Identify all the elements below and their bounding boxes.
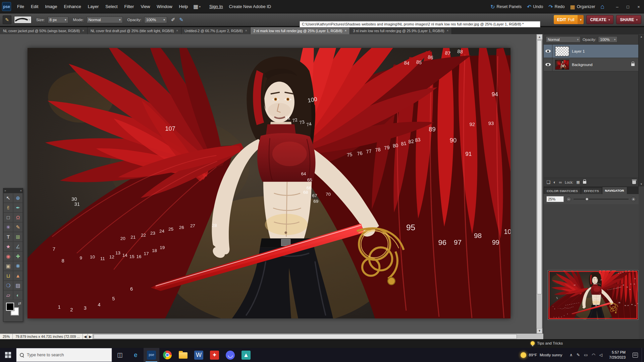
clone-stamp-tool[interactable]: ▣: [3, 261, 13, 271]
panel-tab-navigator[interactable]: NAVIGATOR: [602, 187, 627, 194]
scroll-track[interactable]: [537, 40, 542, 328]
action-center-button[interactable]: [629, 348, 642, 362]
scroll-down-icon[interactable]: ▼: [640, 183, 643, 186]
crop-tool[interactable]: ⊞: [13, 232, 23, 242]
close-tab-icon[interactable]: ×: [176, 29, 178, 33]
link-layers-button[interactable]: ∞: [559, 180, 562, 185]
taskbar-weather-widget[interactable]: 89°F Mostly sunny: [517, 348, 567, 362]
move-tool[interactable]: ↖: [3, 193, 13, 203]
show-desktop-button[interactable]: [642, 348, 644, 362]
layer-visibility-toggle[interactable]: [544, 45, 552, 58]
hand-tool[interactable]: ✌: [3, 203, 13, 213]
quick-selection-tool[interactable]: ✳: [3, 222, 13, 232]
panel-scrollbar[interactable]: ▲ ▼: [638, 35, 644, 186]
collapse-icon[interactable]: »: [4, 189, 6, 192]
hidden-icons-chevron[interactable]: ∧: [570, 353, 573, 357]
zoom-tool[interactable]: ⊕: [13, 193, 23, 203]
paint-bucket-tool[interactable]: ⊔: [3, 271, 13, 281]
airbrush-icon[interactable]: ✐: [171, 17, 175, 23]
lasso-tool[interactable]: Ω: [13, 213, 23, 222]
brush-preset-picker[interactable]: ▾: [14, 16, 32, 23]
slider-thumb[interactable]: [585, 197, 589, 201]
panel-tab-effects[interactable]: EFFECTS: [581, 187, 602, 194]
delete-layer-button[interactable]: [632, 181, 636, 184]
close-button[interactable]: ×: [633, 0, 644, 13]
menu-filter[interactable]: Filter: [121, 0, 138, 13]
word-button[interactable]: W: [191, 348, 207, 362]
document-tab[interactable]: Untitled-2 @ 66.7% (Layer 2, RGB/8)×: [181, 27, 250, 34]
toolbox-header[interactable]: »×: [3, 188, 23, 193]
layer-blend-mode-select[interactable]: Normal▾: [546, 36, 581, 43]
eraser-tool[interactable]: ▱: [3, 290, 13, 300]
brush-tool[interactable]: ✎: [13, 222, 23, 232]
brush-settings-icon[interactable]: ✎: [179, 17, 183, 23]
eyedropper-tool[interactable]: ✒: [13, 203, 23, 213]
menu-select[interactable]: Select: [102, 0, 121, 13]
navigator-thumbnail[interactable]: [548, 270, 638, 320]
brush-size-field[interactable]: 8 px▾: [48, 16, 68, 23]
opacity-field[interactable]: 100%▾: [144, 16, 167, 23]
close-tab-icon[interactable]: ×: [82, 29, 84, 33]
arrange-layout-button[interactable]: ▦▾: [193, 3, 201, 10]
discord-button[interactable]: ◡: [222, 348, 238, 362]
close-tab-icon[interactable]: ×: [447, 29, 449, 33]
taskbar-clock[interactable]: 5:57 PM 7/29/2023: [606, 348, 629, 362]
menu-image[interactable]: Image: [42, 0, 60, 13]
editor-horizontal-scrollbar[interactable]: [93, 334, 543, 339]
status-right-arrow[interactable]: ▶: [88, 334, 93, 339]
navigator-zoom-slider[interactable]: [574, 197, 629, 201]
battery-icon[interactable]: ▭: [584, 353, 588, 357]
scroll-track[interactable]: [93, 334, 543, 339]
scroll-down-icon[interactable]: ▼: [537, 328, 542, 334]
redo-button[interactable]: ↷Redo: [548, 4, 565, 10]
layer-opacity-field[interactable]: 100%▾: [598, 36, 618, 43]
cookie-cutter-tool[interactable]: ★: [3, 242, 13, 251]
tips-and-tricks-button[interactable]: Tips and Tricks: [531, 341, 563, 345]
editor-vertical-scrollbar[interactable]: ▲ ▼: [536, 34, 542, 334]
undo-button[interactable]: ↶Undo: [527, 4, 543, 10]
red-eye-removal-tool[interactable]: ◉: [3, 251, 13, 261]
edit-mode-caret[interactable]: ▾: [578, 15, 584, 24]
layer-visibility-toggle[interactable]: [544, 58, 552, 71]
lock-all-button[interactable]: [583, 181, 586, 184]
blur-tool[interactable]: ❍: [3, 281, 13, 290]
edge-browser-button[interactable]: e: [128, 348, 144, 362]
document-tab[interactable]: NL cover first draft.psd @ 25% (title so…: [88, 27, 181, 34]
organizer-button[interactable]: ▦Organizer: [570, 4, 595, 10]
adjustment-layer-button[interactable]: ◐: [553, 180, 556, 185]
layer-row[interactable]: Background: [544, 58, 639, 71]
start-button[interactable]: [0, 348, 16, 362]
zoom-out-button[interactable]: −: [566, 197, 571, 202]
close-icon[interactable]: ×: [20, 189, 22, 192]
chrome-browser-button[interactable]: [159, 348, 175, 362]
blend-mode-select[interactable]: Normal▾: [87, 16, 123, 23]
foreground-color-swatch[interactable]: [6, 303, 14, 311]
scroll-thumb[interactable]: [537, 40, 542, 294]
scroll-up-icon[interactable]: ▲: [537, 34, 542, 40]
document-tab[interactable]: 2 nl mark low res full render.jpg @ 25% …: [251, 27, 350, 34]
menu-enhance[interactable]: Enhance: [61, 0, 85, 13]
share-button[interactable]: SHARE▾: [616, 15, 641, 24]
straighten-tool[interactable]: ∠: [13, 242, 23, 251]
sponge-tool[interactable]: ◐: [13, 290, 23, 300]
menu-layer[interactable]: Layer: [85, 0, 102, 13]
close-tab-icon[interactable]: ×: [245, 29, 247, 33]
panel-tab-color-swatches[interactable]: COLOR SWATCHES: [544, 187, 581, 194]
create-button[interactable]: CREATE▾: [586, 15, 613, 24]
document-tab[interactable]: 3 nl irwin low res full render.jpg @ 25.…: [350, 27, 452, 34]
layer-row[interactable]: Layer 1: [544, 45, 639, 58]
menu-edit[interactable]: Edit: [28, 0, 42, 13]
scroll-up-icon[interactable]: ▲: [640, 35, 643, 38]
scroll-thumb[interactable]: [94, 334, 517, 339]
home-button[interactable]: ⌂: [601, 3, 604, 10]
smart-brush-tool[interactable]: ❋: [13, 261, 23, 271]
zoom-level-field[interactable]: 25%: [0, 334, 13, 339]
edit-full-button[interactable]: EDITFull ▾: [554, 15, 584, 24]
photoshop-elements-button[interactable]: pse: [144, 348, 159, 362]
active-tool-icon[interactable]: ✎: [3, 15, 11, 24]
type-tool[interactable]: T: [3, 232, 13, 242]
new-layer-button[interactable]: ❏: [546, 180, 550, 185]
network-icon[interactable]: ◠: [592, 353, 595, 357]
canvas-artwork[interactable]: [28, 48, 511, 318]
sign-in-link[interactable]: Sign In: [209, 4, 223, 9]
